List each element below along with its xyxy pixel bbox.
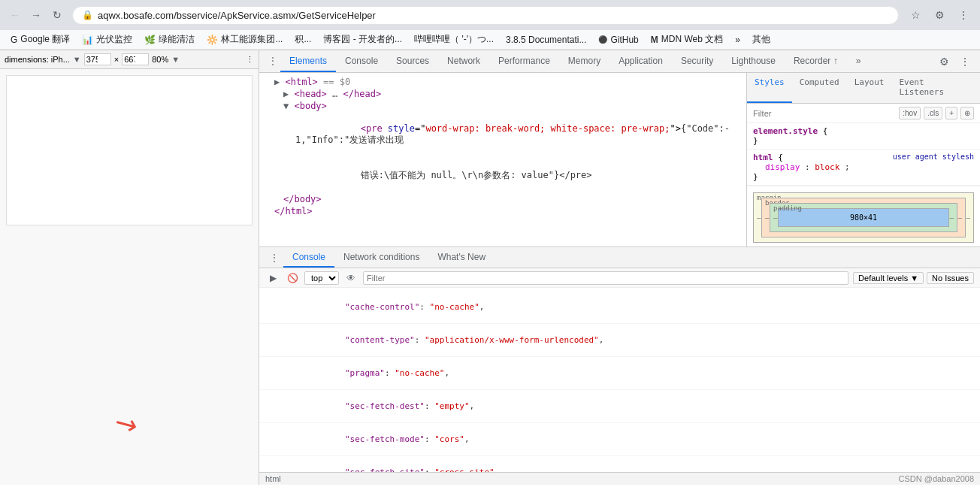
bookmark-github[interactable]: ⚫ GitHub <box>594 33 643 47</box>
tab-network[interactable]: Network <box>438 50 489 72</box>
devtools-expand-btn[interactable]: ⋮ <box>265 50 280 72</box>
reload-button[interactable]: ↻ <box>48 6 66 24</box>
address-bar[interactable]: 🔒 aqwx.bosafe.com/bsservice/ApkService.a… <box>72 6 899 25</box>
dom-line-body-close[interactable]: </body> <box>259 193 746 205</box>
bottom-tab-whats-new[interactable]: What's New <box>428 247 495 268</box>
dom-line-html-close[interactable]: </html> <box>259 205 746 217</box>
more-options-devtools-btn[interactable]: ⋮ <box>956 53 974 71</box>
arrow-indicator: ↘ <box>108 404 144 443</box>
bookmark-google-translate[interactable]: G Google 翻译 <box>6 32 74 47</box>
tab-sources[interactable]: Sources <box>387 50 438 72</box>
dom-line-head[interactable]: ▶ <head> … </head> <box>259 88 746 100</box>
tab-console[interactable]: Console <box>336 50 387 72</box>
back-button[interactable]: ← <box>6 6 24 24</box>
title-bar: ← → ↻ 🔒 aqwx.bosafe.com/bsservice/ApkSer… <box>0 0 980 30</box>
margin-right-val: – <box>966 214 970 222</box>
nav-controls: ← → ↻ <box>6 6 66 24</box>
dimensions-x: × <box>114 55 119 64</box>
dom-tree[interactable]: ▶ <html> == $0 ▶ <head> … </head> ▼ <bod… <box>259 73 747 246</box>
url-text: aqwx.bosafe.com/bsservice/ApkService.asm… <box>98 10 889 21</box>
dimensions-width-input[interactable] <box>84 53 111 65</box>
styles-tabs: Styles Computed Layout Event Listeners <box>747 73 980 104</box>
breadcrumb-html[interactable]: html <box>265 474 281 483</box>
console-output[interactable]: "cache-control": "no-cache", "content-ty… <box>259 288 980 472</box>
arrow-head-icon[interactable]: ▶ <box>283 89 289 99</box>
bookmark-button[interactable]: ☆ <box>905 5 926 26</box>
css-prop-display: display : block ; <box>753 162 974 172</box>
filter-cls-btn[interactable]: .cls <box>924 107 942 119</box>
dimensions-height-input[interactable] <box>122 53 149 65</box>
console-line-0: "cache-control": "no-cache", <box>259 291 980 324</box>
border-right-val: – <box>958 214 962 222</box>
filter-icon-btn[interactable]: ⊕ <box>960 107 974 119</box>
forward-button[interactable]: → <box>27 6 45 24</box>
console-eye-btn[interactable]: 👁 <box>343 271 358 286</box>
dom-line-pre-cont[interactable]: 错误:\值不能为 null。\r\n参数名: value"}</pre> <box>259 158 746 193</box>
console-context-select[interactable]: top <box>304 271 339 285</box>
styles-tab-layout[interactable]: Layout <box>847 73 892 103</box>
bookmark-label-github: GitHub <box>610 35 638 45</box>
styles-tab-events[interactable]: Event Listeners <box>891 73 980 103</box>
default-levels-btn[interactable]: Default levels ▼ <box>853 272 924 284</box>
filter-add-btn[interactable]: + <box>945 107 957 119</box>
box-margin: margin – – border – – <box>753 192 974 243</box>
bookmark-python[interactable]: 3.8.5 Documentati... <box>501 33 591 47</box>
tab-recorder[interactable]: Recorder ↑ <box>785 50 847 72</box>
no-issues-btn[interactable]: No Issues <box>927 272 974 284</box>
css-rule-html: html user agent stylesh { display : bloc… <box>747 150 980 186</box>
panel-area: ▶ <html> == $0 ▶ <head> … </head> ▼ <bod… <box>259 73 980 246</box>
arrow-body-icon[interactable]: ▼ <box>283 101 289 111</box>
github-icon: ⚫ <box>598 35 607 44</box>
menu-button[interactable]: ⋮ <box>953 5 974 26</box>
bookmark-mdn[interactable]: M MDN Web 文档 <box>646 32 727 47</box>
bottom-tab-menu-btn[interactable]: ⋮ <box>265 253 283 263</box>
styles-tab-styles[interactable]: Styles <box>747 73 792 103</box>
console-clear-btn[interactable]: 🚫 <box>285 271 300 286</box>
bookmark-energy[interactable]: 🔆 林工能源集团... <box>202 32 287 47</box>
tab-memory[interactable]: Memory <box>559 50 609 72</box>
extensions-button[interactable]: ⚙ <box>929 5 950 26</box>
bookmark-green[interactable]: 🌿 绿能清洁 <box>140 32 199 47</box>
expand-icon: ⋮ <box>268 56 277 66</box>
arrow-indicator-container: ↘ <box>114 408 137 440</box>
bottom-tab-network-conditions[interactable]: Network conditions <box>334 247 428 268</box>
tab-elements[interactable]: Elements <box>280 50 336 72</box>
styles-tab-computed[interactable]: Computed <box>792 73 847 103</box>
console-execute-btn[interactable]: ▶ <box>265 271 280 286</box>
dom-line-pre[interactable]: <pre style="word-wrap: break-word; white… <box>259 112 746 158</box>
bookmark-blog[interactable]: 博客园 - 开发者的... <box>319 32 407 47</box>
bookmark-icon-energy: 🔆 <box>207 35 218 45</box>
console-right-area: Default levels ▼ No Issues <box>853 272 974 284</box>
dom-line-body[interactable]: ▼ <body> <box>259 100 746 112</box>
bookmark-guangfu[interactable]: 📊 光伏监控 <box>77 32 137 47</box>
bookmark-label-python: 3.8.5 Documentati... <box>506 35 586 45</box>
zoom-menu-btn[interactable]: ▼ <box>171 55 180 64</box>
bookmark-other[interactable]: 其他 <box>748 32 775 47</box>
bookmark-more[interactable]: » <box>730 33 745 47</box>
browser-chrome: ← → ↻ 🔒 aqwx.bosafe.com/bsservice/ApkSer… <box>0 0 980 50</box>
tab-lighthouse[interactable]: Lighthouse <box>722 50 785 72</box>
box-border: border – – padding – – <box>761 198 966 237</box>
tab-application[interactable]: Application <box>609 50 672 72</box>
filter-hov-btn[interactable]: :hov <box>899 107 921 119</box>
console-filter-input[interactable] <box>363 271 848 285</box>
dom-line-html[interactable]: ▶ <html> == $0 <box>259 76 746 88</box>
dimensions-menu-btn[interactable]: ▼ <box>73 55 81 64</box>
tab-security[interactable]: Security <box>672 50 722 72</box>
more-options-btn[interactable]: ⋮ <box>246 55 254 65</box>
bookmark-bilibili[interactable]: 哔哩哔哩（ '-'）つ... <box>410 32 498 47</box>
main-container: dimensions: iPh... ▼ × 80% ▼ ⋮ ↘ <box>0 50 980 485</box>
box-model-diagram: margin – – border – – <box>753 192 974 246</box>
styles-filter-bar: :hov .cls + ⊕ <box>747 104 980 123</box>
bookmark-more-label: » <box>735 35 740 45</box>
box-content: 980×41 <box>778 208 949 227</box>
bookmark-4[interactable]: 积... <box>290 32 316 47</box>
bottom-tab-console[interactable]: Console <box>283 247 334 268</box>
margin-bottom-val: – <box>761 244 764 246</box>
settings-btn[interactable]: ⚙ <box>935 53 953 71</box>
tab-more[interactable]: » <box>847 50 870 72</box>
styles-filter-input[interactable] <box>753 109 896 118</box>
bookmarks-bar: G Google 翻译 📊 光伏监控 🌿 绿能清洁 🔆 林工能源集团... 积.… <box>0 30 980 50</box>
tab-performance[interactable]: Performance <box>489 50 559 72</box>
arrow-icon[interactable]: ▶ <box>274 77 280 87</box>
